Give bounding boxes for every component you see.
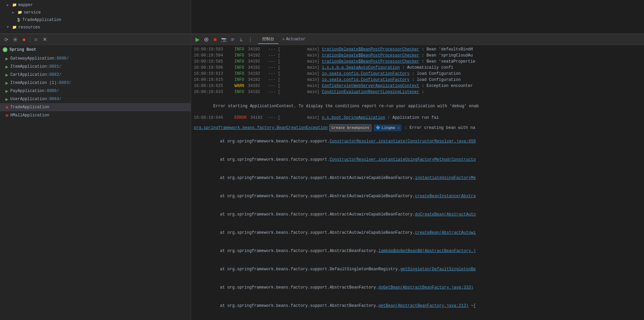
tab-actuator[interactable]: ⊙ Actuator	[278, 36, 309, 44]
console-output[interactable]: 16:00:19:583 INFO 34192 --- [ main] trat…	[191, 45, 644, 320]
console-toolbar: ▶ ■ 📷 ⋮ 控制台	[191, 34, 644, 45]
log-line: 16:00:19:585 INFO 34192 --- [ main] trat…	[191, 59, 644, 65]
tree-item-tradeapp[interactable]: 🍃 TradeApplication	[0, 16, 191, 24]
log-time: 16:00:19:585	[194, 59, 234, 65]
log-message: : Bean 'defaultsBindH	[419, 46, 641, 52]
service-item-item1[interactable]: ▶ ItemApplication (1) :8083/	[0, 79, 191, 87]
panel-toolbar: ⟳ ■ ✕	[0, 34, 191, 45]
run-icon-green: ▶	[5, 72, 8, 78]
log-thread: main]	[280, 77, 322, 83]
exception-message: : Error creating bean with na	[402, 125, 475, 131]
spring-icon: 🍃	[16, 18, 21, 22]
folder-icon: 📁	[18, 10, 22, 15]
log-class[interactable]: io.seata.config.ConfigurationFactory	[322, 77, 409, 83]
log-class[interactable]: o.s.boot.SpringApplication	[322, 115, 385, 121]
log-thread: main]	[280, 71, 322, 77]
run-button[interactable]: ▶	[194, 36, 201, 43]
tree-item-mapper[interactable]: ▶ 📁 mapper	[0, 1, 191, 9]
service-item-user[interactable]: ▶ UserApplication :8084/	[0, 95, 191, 103]
service-item-pay[interactable]: ▶ PayApplication :8086/	[0, 87, 191, 95]
service-list: ▶ GatewayApplication :8080/ ▶ ItemApplic…	[0, 54, 191, 320]
stack-link[interactable]: getSingleton(DefaultSingletonBe	[400, 267, 476, 272]
log-pid: 34192	[248, 115, 268, 121]
service-item-hmall[interactable]: ⊗ HMallApplication	[0, 111, 191, 119]
log-thread: main]	[280, 52, 322, 59]
camera-button[interactable]: 📷	[220, 36, 228, 43]
tree-item-resources[interactable]: ▼ 📁 resources	[0, 24, 191, 31]
collapse-button[interactable]	[32, 36, 40, 43]
service-item-gateway[interactable]: ▶ GatewayApplication :8080/	[0, 54, 191, 63]
spring-boot-icon: ✦	[3, 47, 7, 52]
exception-line: org.springframework.beans.factory.BeanCr…	[191, 123, 644, 132]
log-line: 16:00:19:615 INFO 34192 --- [ main] io.s…	[191, 77, 644, 83]
stack-link[interactable]: instantiateUsingFactoryMe	[415, 176, 476, 180]
log-thread: main]	[280, 46, 322, 52]
error-icon-red: ⊗	[5, 113, 8, 118]
log-class[interactable]: ConfigServletWebServerApplicationContext	[322, 83, 419, 89]
log-sep: --- [	[268, 59, 280, 65]
tree-item-service[interactable]: ▶ 📁 service	[0, 9, 191, 16]
log-class[interactable]: trationDelegate$BeanPostProcessorChecker	[322, 46, 419, 52]
tab-console[interactable]: 控制台	[258, 35, 278, 44]
scroll-end-button[interactable]	[238, 36, 245, 43]
log-message: : Exception encounter	[419, 83, 641, 89]
stack-link[interactable]: createBean(AbstractAutowi	[415, 230, 476, 235]
settings-button[interactable]	[12, 36, 19, 43]
log-pid: 34192	[248, 46, 268, 52]
close-button[interactable]: ✕	[41, 36, 48, 43]
stack-link[interactable]: getBean(AbstractBeanFactory.java:213)	[378, 303, 468, 308]
spring-boot-title: Spring Boot	[9, 47, 36, 52]
log-class[interactable]: trationDelegate$BeanPostProcessorChecker	[322, 59, 419, 65]
debug-button[interactable]	[203, 36, 210, 43]
stop-button[interactable]: ■	[211, 36, 219, 43]
stack-trace-line: at org.springframework.beans.factory.sup…	[191, 169, 644, 187]
folder-icon: 📁	[12, 25, 17, 30]
log-level: INFO	[234, 89, 248, 95]
log-line: 16:00:19:613 INFO 34192 --- [ main] io.s…	[191, 71, 644, 77]
toolbar-separator	[30, 37, 30, 42]
lingma-label: Lingma →	[382, 125, 399, 131]
stack-trace-line: at org.springframework.beans.factory.sup…	[191, 151, 644, 169]
blank-line	[191, 121, 644, 123]
scroll-button[interactable]	[229, 36, 236, 43]
stack-link[interactable]: createBeanInstance(Abstra	[415, 194, 476, 199]
service-name: TradeApplication	[10, 105, 49, 110]
log-class[interactable]: i.s.s.b.a.SeataAutoConfiguration	[322, 65, 399, 71]
log-sep: --- [	[268, 46, 280, 52]
log-time: 16:00:19:586	[194, 65, 234, 71]
svg-point-2	[206, 39, 207, 40]
stack-trace-line: at org.springframework.beans.factory.sup…	[191, 205, 644, 224]
log-class[interactable]: io.seata.config.ConfigurationFactory	[322, 71, 409, 77]
stack-link[interactable]: ConstructorResolver.instantiate(Construc…	[330, 139, 476, 144]
log-message: : Automatically confi	[400, 65, 641, 71]
log-sep: --- [	[268, 83, 280, 89]
run-icon-green: ▶	[5, 80, 8, 86]
run-icon-green: ▶	[5, 96, 8, 102]
service-item-cart[interactable]: ▶ CartApplication :8082/	[0, 71, 191, 79]
service-item-trade[interactable]: ⊗ TradeApplication	[0, 103, 191, 111]
create-breakpoint-popup[interactable]: Create breakpoint	[329, 124, 372, 132]
log-level: INFO	[234, 77, 248, 83]
service-item-item[interactable]: ▶ ItemApplication :8081/	[0, 63, 191, 71]
actuator-icon: ⊙	[282, 37, 285, 41]
log-pid: 34192	[248, 65, 268, 71]
stack-link[interactable]: lambda$doGetBean$0(AbstractBeanFactory.j	[378, 249, 476, 253]
log-time: 16:00:19:625	[194, 83, 234, 89]
refresh-button[interactable]: ⟳	[3, 36, 10, 43]
exception-class-link[interactable]: org.springframework.beans.factory.BeanCr…	[194, 125, 328, 131]
log-class[interactable]: ConditionEvaluationReportLoggingListener	[322, 89, 419, 95]
stack-link[interactable]: ConstructorResolver.instantiateUsingFact…	[330, 157, 476, 162]
log-sep: --- [	[268, 115, 280, 121]
more-button[interactable]: ⋮	[247, 36, 254, 43]
stack-trace-line: at org.springframework.beans.factory.sup…	[191, 278, 644, 297]
log-class[interactable]: trationDelegate$BeanPostProcessorChecker	[322, 52, 419, 59]
service-port: :8082/	[47, 72, 61, 77]
stop-button[interactable]: ■	[20, 36, 28, 43]
service-port: :8080/	[54, 56, 69, 61]
log-line: 16:00:19:633 INFO 34192 --- [ main] Cond…	[191, 89, 644, 95]
lingma-popup[interactable]: 🔷 Lingma →	[374, 124, 401, 131]
log-level: WARN	[234, 83, 248, 89]
service-name: CartApplication	[10, 72, 47, 77]
stack-link[interactable]: doCreateBean(AbstractAuto	[415, 212, 476, 217]
stack-link[interactable]: doGetBean(AbstractBeanFactory.java:333)	[378, 285, 474, 290]
